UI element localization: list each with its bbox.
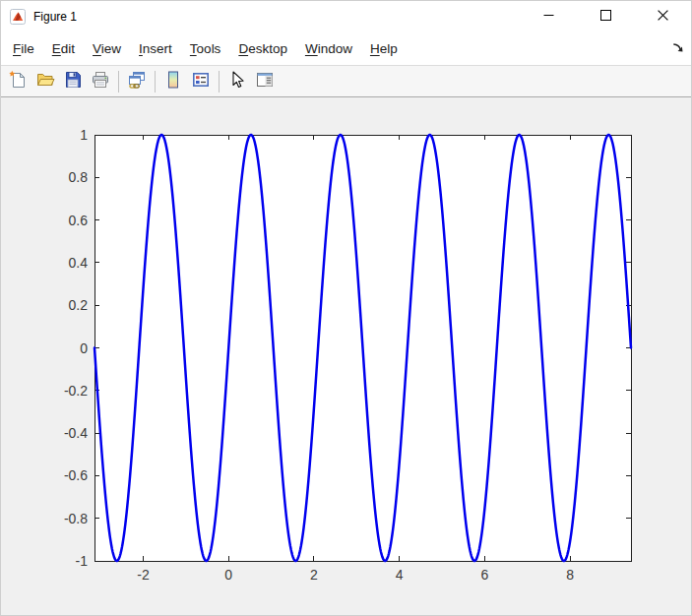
close-icon (658, 9, 668, 24)
link-plot-button[interactable] (124, 69, 150, 94)
minimize-button[interactable] (520, 1, 577, 31)
y-tick-label: 0.6 (69, 213, 89, 228)
figure-toolbar (1, 66, 691, 97)
save-floppy-icon (63, 70, 83, 92)
y-tick-label: -1 (76, 553, 89, 569)
printer-icon (91, 70, 110, 92)
legend-icon (191, 70, 211, 92)
x-tick-label: 2 (310, 567, 318, 583)
titlebar: Figure 1 (1, 1, 691, 31)
close-button[interactable] (634, 1, 691, 31)
menu-item-tools[interactable]: Tools (181, 36, 230, 61)
menu-item-insert[interactable]: Insert (130, 36, 181, 61)
cursor-arrow-icon (227, 70, 247, 92)
edit-plot-button[interactable] (224, 69, 250, 94)
menu-item-help[interactable]: Help (361, 36, 407, 61)
y-tick-label: -0.4 (64, 425, 88, 441)
link-plot-icon (127, 70, 147, 92)
menu-item-desktop[interactable]: Desktop (229, 36, 296, 61)
x-tick-label: 6 (481, 567, 489, 583)
y-tick-label: -0.6 (64, 467, 88, 483)
menu-item-view[interactable]: View (84, 36, 130, 61)
toolbar-separator (219, 71, 220, 92)
new-figure-button[interactable] (5, 69, 31, 94)
figure-window: Figure 1 FileEditViewInsertToolsDesktopW… (0, 0, 692, 616)
y-tick-label: -0.8 (64, 511, 88, 526)
maximize-icon (600, 9, 611, 24)
x-tick-label: 4 (396, 567, 404, 583)
minimize-icon (543, 9, 554, 24)
plot-canvas[interactable]: -202468-1-0.8-0.6-0.4-0.200.20.40.60.81 (1, 97, 692, 616)
insert-legend-button[interactable] (188, 69, 214, 94)
figure-area: -202468-1-0.8-0.6-0.4-0.200.20.40.60.81 (1, 97, 691, 615)
dock-figure-button[interactable] (670, 40, 686, 56)
y-tick-label: -0.2 (64, 383, 88, 399)
open-file-button[interactable] (32, 69, 58, 94)
toolbar-separator (118, 71, 119, 92)
insert-colorbar-button[interactable] (160, 69, 186, 94)
maximize-button[interactable] (577, 1, 634, 31)
x-tick-label: -2 (137, 567, 150, 583)
x-tick-label: 0 (224, 567, 232, 583)
colorbar-icon (163, 70, 183, 92)
window-controls (520, 1, 691, 31)
save-figure-button[interactable] (60, 69, 86, 94)
y-tick-label: 0.8 (69, 169, 89, 185)
open-folder-icon (35, 70, 55, 92)
y-tick-label: 0.2 (69, 297, 89, 313)
window-title: Figure 1 (33, 10, 77, 24)
matlab-logo-icon (10, 9, 26, 25)
menu-item-file[interactable]: File (4, 36, 43, 61)
y-tick-label: 0 (80, 340, 88, 356)
new-document-icon (8, 70, 28, 92)
menubar: FileEditViewInsertToolsDesktopWindowHelp (1, 31, 691, 66)
plot-browser-icon (255, 70, 275, 92)
dock-figure-arrow-icon (672, 41, 684, 56)
menu-item-window[interactable]: Window (296, 36, 361, 61)
y-tick-label: 0.4 (69, 255, 89, 271)
x-tick-label: 8 (566, 567, 574, 583)
menubar-items: FileEditViewInsertToolsDesktopWindowHelp (4, 36, 407, 61)
open-property-inspector-button[interactable] (252, 69, 278, 94)
menu-item-edit[interactable]: Edit (43, 36, 84, 61)
y-tick-label: 1 (80, 127, 88, 143)
print-figure-button[interactable] (88, 69, 113, 94)
toolbar-separator (155, 71, 156, 92)
